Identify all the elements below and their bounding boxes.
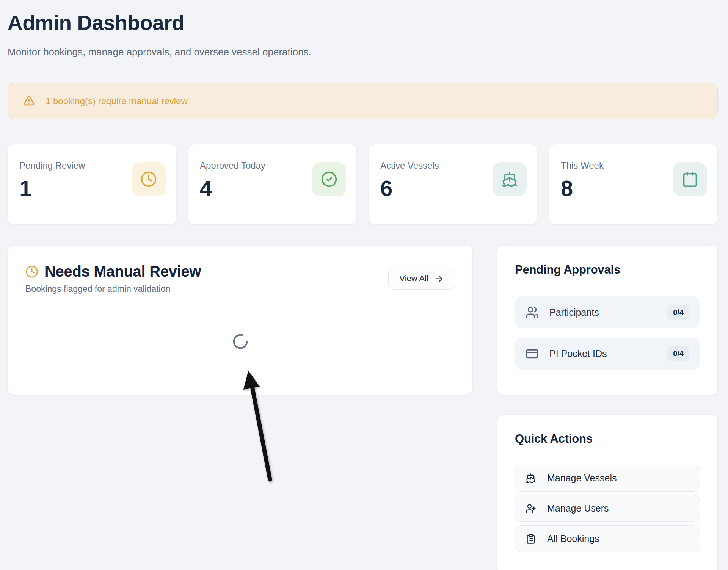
- page-title: Admin Dashboard: [8, 11, 718, 35]
- stat-iconbox: [673, 162, 707, 196]
- stat-card-approved-today: Approved Today 4: [188, 144, 357, 225]
- pending-approvals-card: Pending Approvals Participants 0/4: [497, 245, 718, 395]
- stat-label: Approved Today: [200, 160, 265, 171]
- stat-iconbox: [132, 162, 166, 196]
- stat-iconbox: [312, 162, 346, 196]
- quick-actions-title: Quick Actions: [515, 432, 700, 446]
- approval-label: Participants: [549, 307, 657, 318]
- check-circle-icon: [321, 171, 337, 188]
- user-plus-icon: [526, 503, 536, 514]
- arrow-right-icon: [435, 274, 444, 283]
- needs-manual-review-panel: Needs Manual Review Bookings flagged for…: [8, 245, 473, 395]
- credit-card-icon: [526, 347, 539, 360]
- approval-label: PI Pocket IDs: [549, 348, 657, 359]
- stat-value: 1: [19, 175, 85, 201]
- stat-card-pending-review: Pending Review 1: [8, 144, 176, 225]
- right-column: Pending Approvals Participants 0/4: [497, 245, 718, 570]
- quick-action-label: Manage Users: [547, 503, 609, 514]
- stat-label: Active Vessels: [380, 160, 439, 171]
- quick-action-label: Manage Vessels: [547, 473, 617, 484]
- calendar-icon: [682, 171, 698, 188]
- stat-iconbox: [493, 162, 527, 196]
- stat-value: 6: [380, 175, 439, 201]
- ship-icon: [501, 171, 518, 188]
- approval-count-badge: 0/4: [667, 305, 689, 320]
- admin-dashboard-page: Admin Dashboard Monitor bookings, manage…: [0, 0, 728, 570]
- stat-card-active-vessels: Active Vessels 6: [369, 144, 537, 225]
- manual-review-alert: 1 booking(s) require manual review: [8, 83, 718, 119]
- stat-label: This Week: [561, 160, 604, 171]
- clock-icon: [140, 171, 157, 188]
- manage-vessels-button[interactable]: Manage Vessels: [515, 465, 700, 492]
- page-subtitle: Monitor bookings, manage approvals, and …: [8, 46, 718, 58]
- approval-row-participants[interactable]: Participants 0/4: [515, 296, 700, 328]
- clock-icon: [25, 265, 38, 278]
- ship-icon: [526, 473, 536, 484]
- stat-card-this-week: This Week 8: [549, 144, 718, 225]
- pending-approvals-title: Pending Approvals: [515, 263, 700, 277]
- quick-action-label: All Bookings: [547, 533, 599, 544]
- triangle-alert-icon: [23, 95, 35, 107]
- alert-message: 1 booking(s) require manual review: [46, 96, 188, 106]
- all-bookings-button[interactable]: All Bookings: [515, 525, 700, 552]
- quick-actions-card: Quick Actions Manage Vessels: [497, 414, 718, 570]
- panel-subtitle: Bookings flagged for admin validation: [25, 284, 201, 294]
- loading-spinner-icon: [232, 333, 249, 350]
- view-all-button[interactable]: View All: [388, 268, 455, 290]
- view-all-label: View All: [399, 274, 428, 283]
- users-icon: [526, 306, 539, 319]
- stat-value: 4: [200, 175, 265, 201]
- clipboard-list-icon: [526, 534, 536, 544]
- stat-value: 8: [561, 175, 604, 201]
- approval-count-badge: 0/4: [667, 346, 689, 361]
- main-content: Needs Manual Review Bookings flagged for…: [8, 245, 718, 570]
- panel-title: Needs Manual Review: [45, 263, 201, 280]
- approval-row-pi-pocket-ids[interactable]: PI Pocket IDs 0/4: [515, 338, 700, 370]
- stat-label: Pending Review: [19, 160, 85, 171]
- stats-row: Pending Review 1 Approved Today 4: [8, 144, 718, 225]
- manage-users-button[interactable]: Manage Users: [515, 495, 700, 522]
